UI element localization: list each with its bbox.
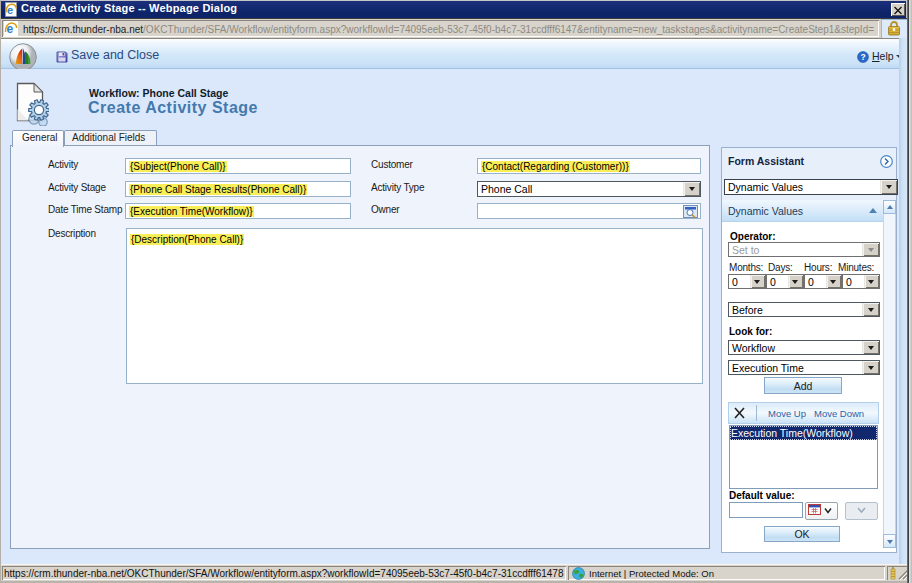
svg-text:?: ? (860, 52, 865, 62)
